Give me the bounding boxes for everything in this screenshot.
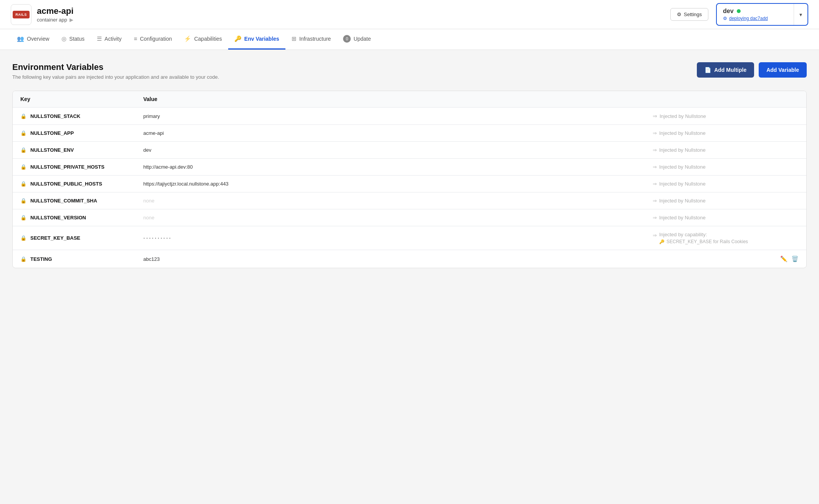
inject-arrow-icon: ⇒ xyxy=(653,147,657,153)
injected-text: Injected by Nullstone xyxy=(660,113,706,119)
nav-update-label: Update xyxy=(353,36,371,42)
add-variable-button[interactable]: Add Variable xyxy=(759,62,807,78)
key-name: NULLSTONE_STACK xyxy=(30,113,80,119)
inject-arrow-icon: ⇒ xyxy=(653,232,657,238)
key-cell: 🔒 NULLSTONE_PRIVATE_HOSTS xyxy=(20,164,143,170)
env-deploying: ⚙ deploying dac7add xyxy=(723,16,788,21)
table-row: 🔒 NULLSTONE_APP acme-api ⇒ Injected by N… xyxy=(13,125,806,142)
env-name: dev xyxy=(723,8,734,15)
nav-overview-label: Overview xyxy=(27,36,49,42)
key-cell: 🔒 NULLSTONE_APP xyxy=(20,130,143,136)
nav-capabilities-label: Capabilities xyxy=(194,36,222,42)
injected-text: Injected by Nullstone xyxy=(659,215,706,220)
status-icon: ◎ xyxy=(61,35,66,42)
key-name: NULLSTONE_ENV xyxy=(30,147,74,153)
delete-icon[interactable]: 🗑️ xyxy=(791,255,799,262)
nav-item-configuration[interactable]: ≡ Configuration xyxy=(128,29,178,50)
nav-item-status[interactable]: ◎ Status xyxy=(55,29,91,50)
configuration-icon: ≡ xyxy=(134,35,137,42)
header-buttons: 📄 Add Multiple Add Variable xyxy=(697,62,807,78)
env-chevron[interactable]: ▾ xyxy=(794,4,807,25)
table-row: 🔒 SECRET_KEY_BASE ·········· ⇒ Injected … xyxy=(13,226,806,250)
lock-icon: 🔒 xyxy=(20,130,27,136)
row-actions: ✏️ 🗑️ xyxy=(768,255,799,262)
injected-text: Injected by Nullstone xyxy=(659,147,706,153)
lock-icon: 🔒 xyxy=(20,215,27,220)
injected-cell: ⇒ Injected by Nullstone xyxy=(653,181,768,187)
page-subtitle: The following key value pairs are inject… xyxy=(12,74,219,80)
nav-item-overview[interactable]: 👥 Overview xyxy=(11,29,55,50)
injected-cap-label: Injected by capability: xyxy=(659,232,748,237)
nav-item-activity[interactable]: ☰ Activity xyxy=(91,29,128,50)
injected-cell: ⇒ Injected by Nullstone xyxy=(653,130,768,136)
injected-cell: ⇒ Injected by Nullstone xyxy=(653,164,768,170)
value-cell: https://tajiyctjzr.local.nullstone.app:4… xyxy=(143,181,653,187)
edit-icon[interactable]: ✏️ xyxy=(780,255,788,262)
nav-configuration-label: Configuration xyxy=(140,36,172,42)
rails-logo: RAILS xyxy=(13,11,30,18)
injected-cell: ⇒ Injected by Nullstone xyxy=(653,113,768,119)
settings-button[interactable]: ⚙ Settings xyxy=(670,8,708,21)
page-header-text: Environment Variables The following key … xyxy=(12,62,219,80)
nav-item-env-variables[interactable]: 🔑 Env Variables xyxy=(228,29,285,50)
table-row: 🔒 NULLSTONE_COMMIT_SHA none ⇒ Injected b… xyxy=(13,192,806,209)
injected-text: Injected by Nullstone xyxy=(659,181,706,187)
breadcrumb: container app ▶ xyxy=(37,17,670,23)
env-status-dot xyxy=(737,9,741,13)
inject-arrow-icon: ⇒ xyxy=(653,215,657,220)
col-value-header: Value xyxy=(143,96,653,102)
value-cell: abc123 xyxy=(143,256,653,262)
table-row: 🔒 NULLSTONE_VERSION none ⇒ Injected by N… xyxy=(13,209,806,226)
env-status-text[interactable]: deploying dac7add xyxy=(729,16,768,21)
nav-item-infrastructure[interactable]: ⊞ Infrastructure xyxy=(285,29,337,50)
key-cell: 🔒 NULLSTONE_ENV xyxy=(20,147,143,153)
capability-info: Injected by capability: 🔑 SECRET_KEY_BAS… xyxy=(659,232,748,244)
add-multiple-button[interactable]: 📄 Add Multiple xyxy=(697,62,754,78)
key-name: NULLSTONE_PUBLIC_HOSTS xyxy=(30,181,102,187)
inject-arrow-icon: ⇒ xyxy=(653,181,657,187)
key-cell: 🔒 TESTING xyxy=(20,256,143,262)
env-selector: dev ⚙ deploying dac7add ▾ xyxy=(716,3,808,26)
table-row: 🔒 NULLSTONE_PUBLIC_HOSTS https://tajiyct… xyxy=(13,176,806,192)
update-badge: 0 xyxy=(343,35,351,43)
value-cell-none: none xyxy=(143,198,653,204)
page-header-row: Environment Variables The following key … xyxy=(12,62,807,80)
breadcrumb-text[interactable]: container app xyxy=(37,17,67,23)
infrastructure-icon: ⊞ xyxy=(292,35,297,42)
key-name: NULLSTONE_VERSION xyxy=(30,215,86,220)
lock-blue-icon: 🔒 xyxy=(20,235,27,241)
nav-status-label: Status xyxy=(69,36,85,42)
injected-cell: ⇒ Injected by Nullstone xyxy=(653,147,768,153)
value-cell: ·········· xyxy=(143,235,653,242)
env-variables-icon: 🔑 xyxy=(234,35,242,42)
nav-item-update[interactable]: 0 Update xyxy=(337,29,377,50)
inject-arrow-icon: ⇒ xyxy=(653,130,657,136)
value-cell: dev xyxy=(143,147,653,153)
lock-icon: 🔒 xyxy=(20,198,27,204)
key-small-icon: 🔑 xyxy=(659,239,665,244)
table-row: 🔒 NULLSTONE_ENV dev ⇒ Injected by Nullst… xyxy=(13,142,806,159)
overview-icon: 👥 xyxy=(17,35,24,42)
key-cell: 🔒 NULLSTONE_STACK xyxy=(20,113,143,119)
key-name: NULLSTONE_COMMIT_SHA xyxy=(30,198,97,204)
nav-activity-label: Activity xyxy=(104,36,121,42)
injected-text: Injected by Nullstone xyxy=(659,164,706,170)
col-key-header: Key xyxy=(20,96,143,102)
value-cell: http://acme-api.dev:80 xyxy=(143,164,653,170)
capabilities-icon: ⚡ xyxy=(184,35,191,42)
settings-icon: ⚙ xyxy=(677,12,681,17)
add-variable-label: Add Variable xyxy=(766,67,799,73)
env-name-row: dev xyxy=(723,8,788,15)
table-row: 🔒 NULLSTONE_PRIVATE_HOSTS http://acme-ap… xyxy=(13,159,806,176)
lock-icon: 🔒 xyxy=(20,113,27,119)
page-title: Environment Variables xyxy=(12,62,219,72)
inject-arrow-icon: ⇒ xyxy=(653,164,657,170)
app-title-area: acme-api container app ▶ xyxy=(37,6,670,23)
key-cell: 🔒 NULLSTONE_PUBLIC_HOSTS xyxy=(20,181,143,187)
nav-item-capabilities[interactable]: ⚡ Capabilities xyxy=(178,29,228,50)
inject-arrow-icon: ⇒ xyxy=(653,198,657,204)
injected-text: Injected by Nullstone xyxy=(659,198,706,204)
table-row: 🔒 NULLSTONE_STACK primary ⇒ Injected by … xyxy=(13,108,806,125)
key-name: TESTING xyxy=(30,256,52,262)
capability-sub-row: 🔑 SECRET_KEY_BASE for Rails Cookies xyxy=(659,239,748,244)
